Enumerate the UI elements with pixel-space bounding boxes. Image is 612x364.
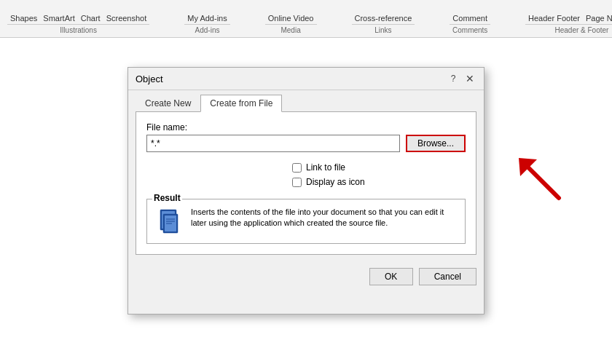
modal-overlay: Object ? ✕ Create New Create from File F… <box>0 38 612 364</box>
main-content: Object ? ✕ Create New Create from File F… <box>0 38 612 364</box>
ribbon-group-illustrations: Shapes SmartArt Chart Screenshot Illustr… <box>7 12 149 37</box>
dialog-tabs: Create New Create from File <box>128 90 484 111</box>
display-as-icon-checkbox[interactable] <box>292 178 302 187</box>
checkboxes-area: Link to file Display as icon <box>292 162 466 187</box>
ribbon-group-addins: My Add-ins Add-ins <box>184 12 230 37</box>
object-dialog: Object ? ✕ Create New Create from File F… <box>128 67 484 314</box>
display-as-icon-label: Display as icon <box>306 177 365 187</box>
ribbon-item-headerfooter[interactable]: Header Footer <box>528 14 580 23</box>
ok-button[interactable]: OK <box>369 268 413 285</box>
ribbon-group-label-headerfooter: Header & Footer <box>525 24 612 34</box>
file-name-input[interactable] <box>146 135 400 152</box>
tab-create-from-file[interactable]: Create from File <box>200 95 282 112</box>
ribbon-group-comments: Comment Comments <box>450 12 490 37</box>
browse-button[interactable]: Browse... <box>406 135 466 152</box>
display-as-icon-checkbox-row[interactable]: Display as icon <box>292 177 466 187</box>
annotation-arrow <box>511 151 570 209</box>
link-to-file-label: Link to file <box>306 162 345 173</box>
svg-line-7 <box>526 165 559 198</box>
result-section: Inserts the contents of the file into yo… <box>146 199 466 244</box>
file-name-label: File name: <box>146 122 466 132</box>
ribbon-item-smartart[interactable]: SmartArt <box>43 14 74 23</box>
ribbon-group-label-media: Media <box>265 24 317 34</box>
link-to-file-checkbox[interactable] <box>292 163 302 173</box>
file-input-row: Browse... <box>146 135 466 152</box>
ribbon-item-shapes[interactable]: Shapes <box>10 14 37 23</box>
ribbon-group-headerfooter: Header Footer Page Number Header & Foote… <box>525 12 612 37</box>
result-wrapper: Result <box>146 199 466 244</box>
ribbon-group-label-links: Links <box>352 24 415 34</box>
ribbon-item-pagenumber[interactable]: Page Number <box>586 14 612 23</box>
dialog-close-button[interactable]: ✕ <box>463 72 476 85</box>
ribbon-item-myaddins[interactable]: My Add-ins <box>187 14 227 23</box>
result-icon <box>154 207 184 236</box>
ribbon-item-chart[interactable]: Chart <box>81 14 101 23</box>
dialog-footer: OK Cancel <box>128 262 484 291</box>
file-name-row: File name: Browse... <box>146 122 466 152</box>
dialog-titlebar: Object ? ✕ <box>128 68 484 90</box>
ribbon-group-label-comments: Comments <box>450 24 490 34</box>
dialog-controls: ? ✕ <box>447 72 476 85</box>
ribbon-group-label-illustrations: Illustrations <box>7 24 149 34</box>
result-description: Inserts the contents of the file into yo… <box>191 207 458 236</box>
ribbon-group-label-addins: Add-ins <box>184 24 230 34</box>
tab-create-new[interactable]: Create New <box>136 95 200 112</box>
ribbon-item-crossref[interactable]: Cross-reference <box>355 14 412 23</box>
dialog-help-button[interactable]: ? <box>447 73 459 84</box>
cancel-button[interactable]: Cancel <box>419 268 476 285</box>
ribbon-bar: Shapes SmartArt Chart Screenshot Illustr… <box>0 0 612 38</box>
ribbon-group-links: Cross-reference Links <box>352 12 415 37</box>
ribbon-group-media: Online Video Media <box>265 12 317 37</box>
ribbon-item-onlinevideo[interactable]: Online Video <box>268 14 314 23</box>
ribbon-item-comment[interactable]: Comment <box>452 14 487 23</box>
result-section-label: Result <box>152 193 182 203</box>
link-to-file-checkbox-row[interactable]: Link to file <box>292 162 466 173</box>
dialog-body: File name: Browse... Link to file Displa… <box>136 111 476 255</box>
svg-marker-8 <box>519 158 537 176</box>
dialog-title: Object <box>136 74 163 84</box>
ribbon-item-screenshot[interactable]: Screenshot <box>106 14 147 23</box>
